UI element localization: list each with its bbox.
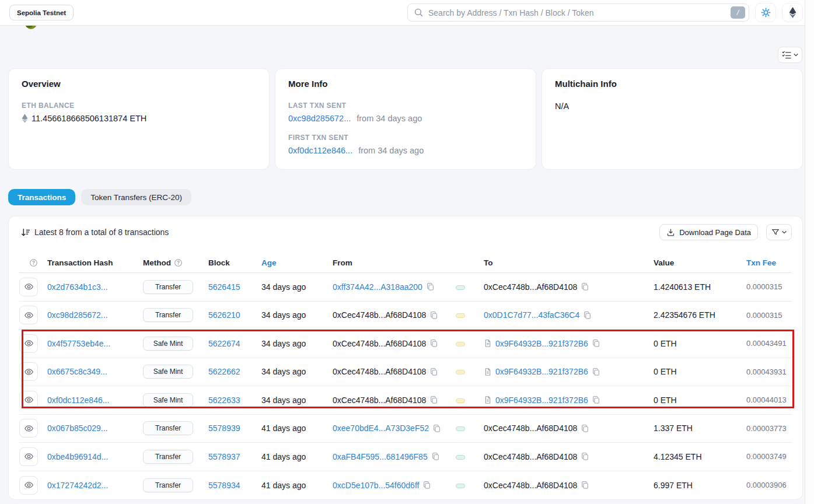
last-txn-hash-link[interactable]: 0xc98d285672... (288, 114, 351, 123)
search-bar[interactable]: / (407, 4, 749, 22)
transaction-hash-link[interactable]: 0x17274242d2... (47, 481, 108, 490)
method-badge: Safe Mint (143, 365, 193, 379)
network-selector-button[interactable]: Sepolia Testnet (9, 5, 74, 20)
chevron-down-icon (781, 229, 787, 235)
from-address[interactable]: 0xff374A42...A318aa200 (333, 282, 422, 292)
copy-icon[interactable] (429, 311, 438, 320)
info-cards-row: Overview ETH BALANCE 11.4566186685061318… (8, 26, 803, 170)
copy-icon[interactable] (429, 339, 438, 348)
block-link[interactable]: 5622633 (208, 396, 240, 405)
transaction-hash-link[interactable]: 0xbe4b96914d... (47, 452, 108, 461)
to-address[interactable]: 0x9F64932B...921f372B6 (495, 339, 588, 348)
top-bar: Sepolia Testnet / (0, 0, 814, 26)
copy-icon[interactable] (581, 481, 589, 489)
value-text: 4.12345 ETH (654, 452, 746, 461)
copy-icon[interactable] (426, 282, 435, 291)
to-address: 0xCec4748b...Af68D4108 (484, 481, 577, 490)
watchlist-eye-button[interactable] (19, 278, 38, 296)
watchlist-eye-button[interactable] (19, 447, 38, 466)
method-badge: Safe Mint (143, 337, 193, 351)
transaction-hash-link[interactable]: 0x6675c8c349... (47, 367, 107, 376)
watchlist-eye-button[interactable] (19, 334, 38, 353)
column-header-value: Value (654, 258, 746, 267)
copy-icon[interactable] (592, 396, 600, 404)
filter-button[interactable] (766, 224, 792, 240)
search-input[interactable] (428, 8, 726, 18)
block-link[interactable]: 5578937 (208, 452, 240, 461)
from-address[interactable]: 0xaFB4F595...681496F85 (333, 452, 428, 461)
column-header-help (19, 258, 47, 267)
txn-fee-text: 0.00003773 (746, 424, 792, 433)
direction-badge (456, 398, 465, 403)
watchlist-eye-button[interactable] (19, 391, 38, 410)
age-text: 41 days ago (261, 481, 333, 490)
value-text: 0 ETH (654, 339, 746, 348)
eth-balance-value: 11.456618668506131874 ETH (32, 114, 146, 123)
column-header-txn-fee-sort[interactable]: Txn Fee (746, 258, 792, 267)
from-address: 0xCec4748b...Af68D4108 (333, 396, 426, 405)
block-link[interactable]: 5578934 (208, 481, 240, 490)
contract-icon (484, 368, 492, 376)
txn-fee-text: 0.0000315 (746, 311, 792, 320)
copy-icon[interactable] (581, 452, 589, 461)
last-txn-time: from 34 days ago (357, 114, 422, 123)
copy-icon[interactable] (429, 396, 438, 404)
columns-settings-button[interactable] (778, 47, 802, 63)
watchlist-eye-button[interactable] (19, 476, 38, 495)
eth-diamond-icon (22, 114, 28, 123)
transaction-hash-link[interactable]: 0x067b85c029... (47, 424, 108, 433)
block-link[interactable]: 5626415 (208, 282, 240, 292)
to-address[interactable]: 0x0D1C7d77...43faC36C4 (484, 310, 579, 320)
chevron-down-icon (793, 52, 799, 58)
from-address[interactable]: 0xcD5e107b...54f60d6ff (333, 481, 419, 490)
first-txn-hash-link[interactable]: 0xf0dc112e846... (288, 146, 352, 155)
transaction-hash-link[interactable]: 0xf0dc112e846... (47, 396, 109, 405)
to-address[interactable]: 0x9F64932B...921f372B6 (495, 396, 588, 405)
copy-icon[interactable] (422, 481, 431, 489)
block-link[interactable]: 5626210 (208, 310, 240, 320)
watchlist-eye-button[interactable] (19, 306, 38, 324)
eye-icon (24, 424, 34, 433)
from-address[interactable]: 0xee70bdE4...A73D3eF52 (333, 424, 429, 433)
table-header-row: Transaction Hash Method Block Age From T… (19, 253, 792, 273)
column-header-method: Method (143, 258, 208, 267)
multichain-info-card: Multichain Info N/A (541, 68, 803, 170)
copy-icon[interactable] (431, 452, 440, 461)
age-text: 41 days ago (261, 452, 333, 461)
transaction-hash-link[interactable]: 0x4f57753eb4e... (47, 339, 110, 348)
to-address[interactable]: 0x9F64932B...921f372B6 (495, 367, 588, 376)
sort-icon (20, 228, 30, 237)
block-link[interactable]: 5622662 (208, 367, 240, 376)
copy-icon[interactable] (581, 424, 589, 433)
block-link[interactable]: 5578939 (208, 424, 240, 433)
transaction-hash-link[interactable]: 0x2d7634b1c3... (47, 282, 108, 292)
download-page-data-button[interactable]: Download Page Data (659, 224, 758, 240)
scrollbar-track[interactable] (805, 0, 814, 504)
tab-token-transfers[interactable]: Token Transfers (ERC-20) (81, 189, 191, 205)
column-header-age-sort[interactable]: Age (261, 258, 333, 267)
multichain-info-value: N/A (555, 102, 789, 111)
copy-icon[interactable] (583, 311, 592, 320)
copy-icon[interactable] (429, 368, 438, 376)
eye-icon (24, 480, 34, 490)
network-logo-button[interactable] (782, 3, 803, 22)
copy-icon[interactable] (581, 282, 589, 291)
copy-icon[interactable] (592, 339, 600, 348)
value-text: 2.42354676 ETH (654, 310, 746, 320)
theme-toggle-button[interactable] (755, 3, 776, 22)
overview-card: Overview ETH BALANCE 11.4566186685061318… (8, 68, 270, 170)
block-link[interactable]: 5622674 (208, 339, 240, 348)
direction-badge (456, 455, 465, 460)
transaction-hash-link[interactable]: 0xc98d285672... (47, 310, 108, 320)
watchlist-eye-button[interactable] (19, 419, 38, 438)
search-shortcut-badge: / (731, 6, 745, 19)
txn-fee-text: 0.0000315 (746, 282, 792, 291)
copy-icon[interactable] (592, 368, 600, 376)
download-button-label: Download Page Data (679, 228, 751, 237)
more-info-card: More Info LAST TXN SENT 0xc98d285672... … (275, 68, 536, 170)
tab-transactions[interactable]: Transactions (8, 189, 75, 205)
tab-bar: Transactions Token Transfers (ERC-20) (8, 189, 803, 205)
watchlist-eye-button[interactable] (19, 362, 38, 381)
value-text: 1.4240613 ETH (654, 282, 746, 292)
copy-icon[interactable] (432, 424, 441, 433)
